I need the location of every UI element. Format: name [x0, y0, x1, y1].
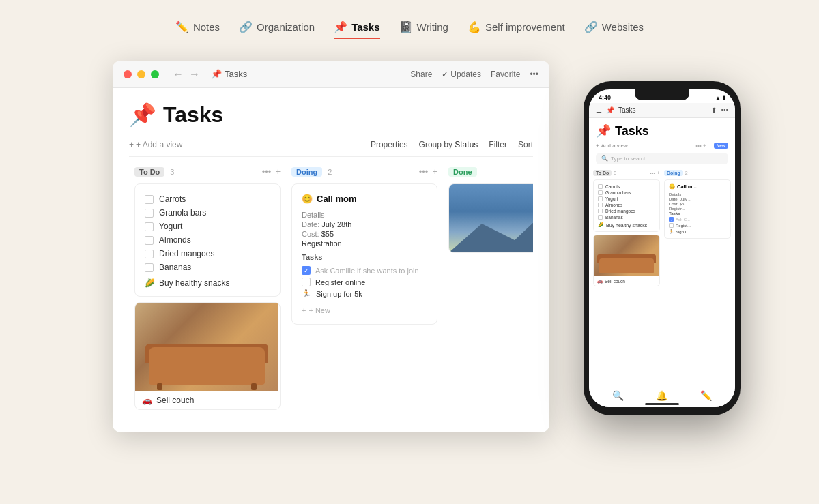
phone-todo-col: To Do 3 ••• + Carrots	[593, 170, 660, 355]
more-actions-button[interactable]: •••	[530, 70, 538, 79]
doing-badge: Doing	[291, 167, 322, 177]
phone-task-ask: ✓ Ask C...	[669, 216, 726, 222]
nav-tabs: ✏️ Notes 🔗 Organization 📌 Tasks 📓 Writin…	[175, 20, 644, 39]
share-button[interactable]: Share	[410, 70, 432, 79]
group-by-value: Status	[455, 140, 478, 149]
phone-details-label: Details	[669, 192, 726, 196]
bananas-label: Bananas	[159, 263, 191, 272]
phone-search-icon: 🔍	[601, 155, 608, 162]
list-item: Dried mangoes	[598, 208, 655, 214]
phone-bell-icon[interactable]: 🔔	[656, 390, 667, 401]
registration-row: Registration	[302, 239, 427, 248]
close-button[interactable]	[124, 70, 132, 78]
phone-todo-add[interactable]: +	[657, 170, 660, 176]
phone-cb-carrots[interactable]	[598, 184, 603, 189]
phone-sign-emoji: 🏃	[669, 229, 674, 234]
tab-organization[interactable]: 🔗 Organization	[239, 20, 315, 39]
tab-writing[interactable]: 📓 Writing	[399, 20, 448, 39]
phone-search[interactable]: 🔍 Type to search...	[596, 153, 728, 164]
phone-add-view[interactable]: + Add a view ••• + New	[589, 141, 735, 150]
phone-compose-icon[interactable]: ✏️	[700, 390, 712, 401]
doing-count: 2	[328, 168, 332, 176]
sofa-card: 🚗 Sell couch	[134, 302, 281, 410]
done-column: Done ••• +	[443, 166, 533, 426]
phone-almonds: Almonds	[605, 203, 622, 207]
phone-search-placeholder: Type to search...	[611, 155, 651, 162]
todo-add-icon[interactable]: +	[275, 166, 281, 177]
page-container: ✏️ Notes 🔗 Organization 📌 Tasks 📓 Writin…	[0, 0, 819, 504]
tab-websites[interactable]: 🔗 Websites	[584, 20, 644, 39]
phone-time: 4:40	[599, 94, 611, 101]
sort-button[interactable]: Sort	[518, 140, 533, 149]
phone-registration-row: Registr...	[669, 207, 726, 211]
favorite-button[interactable]: Favorite	[491, 70, 520, 79]
list-item: Carrots	[145, 192, 270, 206]
todo-more-icon[interactable]: •••	[262, 166, 272, 177]
phone-todo-more[interactable]: •••	[650, 170, 655, 176]
phone-sell-couch-label: Sell couch	[605, 279, 625, 284]
phone-check-empty[interactable]	[669, 223, 674, 228]
phone-cb-almonds[interactable]	[598, 203, 603, 207]
registration-label: Registration	[302, 239, 342, 248]
group-by-button[interactable]: Group by Status	[419, 140, 478, 149]
phone-new-badge-container: New	[714, 143, 728, 149]
checkbox-bananas[interactable]	[145, 263, 154, 272]
phone-plus-icon: +	[596, 143, 599, 149]
doing-add-icon[interactable]: +	[432, 166, 437, 177]
phone-cb-granola[interactable]	[598, 190, 603, 195]
doing-new-button[interactable]: + + New	[302, 306, 427, 314]
cost-row: Cost: $55	[302, 230, 427, 238]
phone-sign-label: Sign u...	[676, 230, 691, 234]
phone-check-done[interactable]: ✓	[669, 217, 674, 222]
phone-doing-count: 2	[685, 171, 688, 175]
checkbox-granola[interactable]	[145, 209, 154, 218]
phone-share-icon[interactable]: ⬆	[711, 106, 717, 114]
sign-up-label: Sign up for 5k	[316, 290, 362, 298]
tasks-label: Tasks	[351, 21, 379, 33]
phone-todo-col-actions: ••• +	[650, 170, 660, 176]
phone-more-icon[interactable]: •••	[721, 106, 728, 114]
back-icon[interactable]: ←	[173, 68, 184, 80]
phone-cb-yogurt[interactable]	[598, 196, 603, 201]
page-content: 📌 Tasks + + Add a view Properties Group …	[113, 88, 549, 426]
self-improvement-label: Self improvement	[485, 21, 565, 33]
properties-button[interactable]: Properties	[371, 140, 408, 149]
phone-menu-icon[interactable]: ☰	[596, 106, 602, 114]
forward-icon[interactable]: →	[189, 68, 200, 80]
list-item: Bananas	[598, 214, 655, 220]
phone-dried: Dried mangoes	[605, 209, 635, 213]
checkbox-almonds[interactable]	[145, 236, 154, 245]
checkbox-carrots[interactable]	[145, 195, 154, 204]
filter-button[interactable]: Filter	[489, 140, 507, 149]
phone-todo-count: 3	[614, 171, 616, 175]
list-item: Yogurt	[598, 196, 655, 202]
done-col-header: Done ••• +	[448, 166, 533, 177]
check-done-icon[interactable]: ✓	[302, 266, 311, 275]
phone-search-bottom-icon[interactable]: 🔍	[612, 390, 624, 401]
maximize-button[interactable]	[151, 70, 159, 78]
tab-tasks[interactable]: 📌 Tasks	[334, 20, 379, 39]
favorite-label: Favorite	[491, 70, 520, 79]
updates-button[interactable]: ✓ Updates	[442, 70, 481, 79]
checkbox-dried-mangoes[interactable]	[145, 250, 154, 258]
doing-column: Doing 2 ••• + 😊 Call mom	[286, 166, 443, 426]
phone-sofa-image	[594, 235, 659, 276]
minimize-button[interactable]	[137, 70, 145, 78]
tab-notes[interactable]: ✏️ Notes	[175, 20, 220, 39]
check-empty-icon[interactable]	[302, 278, 311, 286]
doing-more-icon[interactable]: •••	[419, 166, 429, 177]
phone-sell-couch: 🚗 Sell couch	[594, 276, 659, 286]
breadcrumb-title: Tasks	[225, 69, 247, 79]
phone-status-icons: ▲ ▮	[715, 95, 725, 101]
checkbox-yogurt[interactable]	[145, 222, 154, 231]
tab-self-improvement[interactable]: 💪 Self improvement	[468, 20, 565, 39]
todo-badge: To Do	[134, 167, 164, 177]
phone-cb-dried[interactable]	[598, 209, 603, 213]
task-register-online: Register online	[302, 276, 427, 288]
updates-label: Updates	[450, 70, 481, 79]
phone-cost-row: Cost: $5...	[669, 202, 726, 206]
add-view-button[interactable]: + + Add a view	[129, 140, 182, 149]
phone-cb-bananas[interactable]	[598, 215, 603, 220]
main-area: ← → 📌 Tasks Share ✓ Updates Fa	[113, 61, 706, 432]
sofa-image	[135, 303, 278, 391]
